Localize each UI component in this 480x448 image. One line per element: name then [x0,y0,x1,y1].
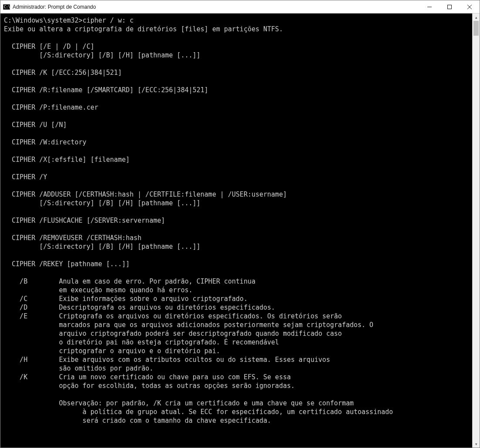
cmd-window: C:\ Administrador: Prompt de Comando C:\… [0,0,480,448]
svg-text:C:\: C:\ [4,5,10,9]
scroll-thumb[interactable] [473,21,479,36]
maximize-button[interactable] [440,0,460,13]
cmd-icon: C:\ [3,3,10,10]
close-button[interactable] [460,0,480,13]
console-area[interactable]: C:\Windows\system32>cipher / w: c Exibe … [0,13,472,448]
console-command: cipher / w: c [83,17,134,24]
console-prompt: C:\Windows\system32> [4,17,83,24]
window-controls [420,0,480,13]
window-body: C:\Windows\system32>cipher / w: c Exibe … [0,13,480,448]
scroll-up-button[interactable]: ▴ [473,13,480,21]
vertical-scrollbar[interactable]: ▴ ▾ [472,13,480,448]
svg-rect-3 [448,5,452,9]
scroll-down-button[interactable]: ▾ [473,440,480,448]
console-output: Exibe ou altera a criptografia de diretó… [4,25,393,425]
titlebar[interactable]: C:\ Administrador: Prompt de Comando [0,0,480,13]
window-title: Administrador: Prompt de Comando [13,4,420,10]
minimize-button[interactable] [420,0,440,13]
